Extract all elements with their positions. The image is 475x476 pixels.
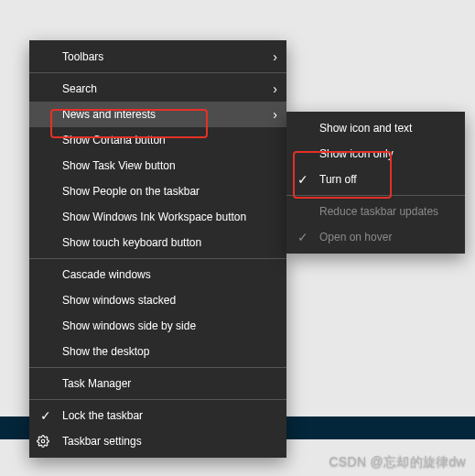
menu-item-lock-taskbar[interactable]: ✓ Lock the taskbar xyxy=(29,403,286,428)
menu-separator xyxy=(286,195,465,196)
menu-item-label: Show Windows Ink Workspace button xyxy=(62,211,246,223)
menu-item-taskbar-settings[interactable]: Taskbar settings xyxy=(29,428,286,454)
svg-point-0 xyxy=(41,439,45,443)
submenu-item-reduce-updates: Reduce taskbar updates xyxy=(286,199,465,224)
menu-item-show-desktop[interactable]: Show the desktop xyxy=(29,339,286,364)
menu-item-label: Turn off xyxy=(319,173,357,186)
menu-item-label: Show windows side by side xyxy=(62,319,196,332)
menu-item-label: Open on hover xyxy=(319,231,392,243)
menu-item-news-and-interests[interactable]: News and interests › xyxy=(29,102,286,127)
menu-item-label: Show the desktop xyxy=(62,345,149,358)
menu-item-toolbars[interactable]: Toolbars › xyxy=(29,44,286,70)
menu-item-task-manager[interactable]: Task Manager xyxy=(29,371,286,396)
watermark-text: CSDN @忘却的旋律dw xyxy=(329,454,466,471)
submenu-item-open-on-hover: ✓ Open on hover xyxy=(286,224,465,250)
chevron-right-icon: › xyxy=(265,108,277,121)
check-icon: ✓ xyxy=(294,230,312,244)
menu-item-windows-stacked[interactable]: Show windows stacked xyxy=(29,287,286,313)
menu-item-label: Show Cortana button xyxy=(62,134,166,146)
menu-item-show-people[interactable]: Show People on the taskbar xyxy=(29,178,286,204)
menu-item-windows-side-by-side[interactable]: Show windows side by side xyxy=(29,313,286,339)
menu-separator xyxy=(29,399,286,400)
menu-item-label: Lock the taskbar xyxy=(62,409,143,422)
menu-item-search[interactable]: Search › xyxy=(29,76,286,102)
chevron-right-icon: › xyxy=(265,82,277,95)
news-interests-submenu: Show icon and text Show icon only ✓ Turn… xyxy=(286,112,465,254)
menu-item-label: Toolbars xyxy=(62,50,103,63)
menu-separator xyxy=(29,258,286,259)
menu-item-show-ink-workspace[interactable]: Show Windows Ink Workspace button xyxy=(29,204,286,230)
menu-item-label: Show touch keyboard button xyxy=(62,236,201,249)
menu-item-label: Cascade windows xyxy=(62,268,151,281)
menu-item-show-cortana[interactable]: Show Cortana button xyxy=(29,127,286,153)
menu-item-label: Show icon and text xyxy=(319,122,412,135)
menu-item-show-task-view[interactable]: Show Task View button xyxy=(29,153,286,178)
menu-separator xyxy=(29,367,286,368)
menu-item-label: Show People on the taskbar xyxy=(62,185,200,198)
menu-separator xyxy=(29,72,286,73)
check-icon: ✓ xyxy=(37,408,55,423)
gear-icon xyxy=(37,435,55,448)
check-icon: ✓ xyxy=(294,172,312,187)
submenu-item-show-icon-and-text[interactable]: Show icon and text xyxy=(286,115,465,141)
submenu-item-show-icon-only[interactable]: Show icon only xyxy=(286,141,465,167)
menu-item-label: Search xyxy=(62,82,97,95)
menu-item-label: Show icon only xyxy=(319,147,394,160)
chevron-right-icon: › xyxy=(265,50,277,63)
menu-item-label: Reduce taskbar updates xyxy=(319,205,438,218)
menu-item-show-touch-keyboard[interactable]: Show touch keyboard button xyxy=(29,230,286,255)
menu-item-label: Taskbar settings xyxy=(62,435,142,448)
menu-item-label: Task Manager xyxy=(62,377,131,390)
menu-item-label: News and interests xyxy=(62,108,156,121)
menu-item-label: Show windows stacked xyxy=(62,294,176,307)
menu-item-label: Show Task View button xyxy=(62,159,176,172)
submenu-item-turn-off[interactable]: ✓ Turn off xyxy=(286,167,465,192)
taskbar-context-menu: Toolbars › Search › News and interests ›… xyxy=(29,40,286,458)
menu-item-cascade-windows[interactable]: Cascade windows xyxy=(29,262,286,287)
